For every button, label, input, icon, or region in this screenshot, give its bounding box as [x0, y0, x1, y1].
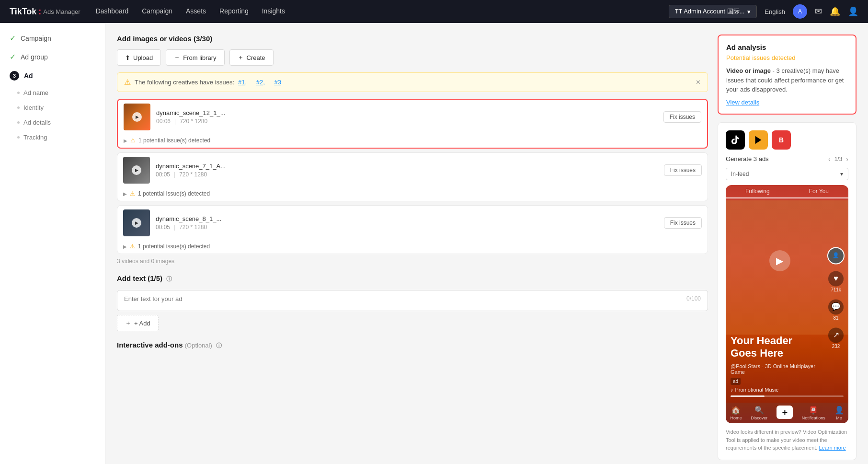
brand-tiktok: TikTok [10, 7, 36, 17]
ad-text-input[interactable] [124, 295, 686, 302]
nav-dashboard[interactable]: Dashboard [96, 5, 129, 18]
warning-close-button[interactable]: ✕ [696, 79, 701, 86]
info-icon[interactable]: ⓘ [166, 276, 172, 282]
sidebar-item-adgroup[interactable]: ✓ Ad group [0, 47, 105, 66]
issue-row-3[interactable]: ▶ ⚠ 1 potential issue(s) detected [117, 240, 708, 254]
fix-issues-button-2[interactable]: Fix issues [664, 164, 702, 176]
view-details-link[interactable]: View details [726, 99, 759, 106]
content-right: Ad analysis Potential issues detected Vi… [718, 35, 857, 452]
profile-avatar[interactable]: 👤 [827, 247, 845, 264]
text-count: 0/100 [686, 295, 701, 302]
info-icon[interactable]: ⓘ [216, 342, 222, 349]
page-indicator: 1/3 [834, 156, 843, 162]
from-library-button[interactable]: ＋ From library [166, 49, 224, 66]
user-icon[interactable]: 👤 [848, 6, 858, 17]
prev-button[interactable]: ‹ [828, 155, 831, 163]
phone-nav-plus[interactable]: ＋ [777, 406, 793, 420]
nav-right: TT Admin Account 国际... ▾ English A ✉ 🔔 👤 [669, 4, 858, 19]
sidebar-sub-adname[interactable]: Ad name [0, 85, 105, 100]
play-button-large[interactable]: ▶ [769, 250, 790, 271]
media-resolution-2: 720 * 1280 [179, 171, 207, 178]
platform-pangle[interactable] [749, 130, 768, 150]
warning-link-3[interactable]: #3 [274, 79, 281, 86]
phone-nav-notifications[interactable]: 📮 Notifications [802, 406, 825, 420]
library-icon: ＋ [174, 53, 180, 62]
library-label: From library [183, 54, 216, 61]
create-button[interactable]: ＋ Create [229, 49, 274, 66]
nav-campaign[interactable]: Campaign [142, 5, 172, 18]
issue-text-3: 1 potential issue(s) detected [138, 243, 210, 250]
brand-ads-manager: Ads Manager [43, 8, 80, 15]
dot-icon [17, 92, 20, 94]
issue-row-1[interactable]: ▶ ⚠ 1 potential issue(s) detected [118, 134, 707, 148]
language-selector[interactable]: English [765, 8, 785, 15]
plus-icon: ＋ [125, 319, 131, 327]
sidebar-sub-label: Ad details [23, 119, 51, 126]
media-item-1: ▶ dynamic_scene_12_1_... 00:06 | 720 * 1… [117, 99, 708, 149]
sidebar-item-campaign[interactable]: ✓ Campaign [0, 29, 105, 47]
issue-row-2[interactable]: ▶ ⚠ 1 potential issue(s) detected [117, 187, 708, 201]
dot-icon [17, 136, 20, 139]
avatar[interactable]: A [793, 4, 807, 19]
media-duration-3: 00:05 [156, 224, 170, 231]
play-icon: ▶ [132, 218, 141, 228]
following-tab: Following [745, 188, 770, 195]
nav-insights[interactable]: Insights [262, 5, 285, 18]
upload-button[interactable]: ⬆ Upload [117, 49, 161, 66]
discover-icon: 🔍 [754, 406, 764, 415]
phone-tabs: Following For You [726, 185, 848, 198]
mail-icon[interactable]: ✉ [815, 6, 822, 17]
notifications-icon: 📮 [809, 406, 818, 415]
sidebar-sub-label: Tracking [23, 134, 47, 141]
create-label: Create [247, 54, 265, 61]
add-text-button[interactable]: ＋ + Add [117, 315, 159, 331]
ad-analysis-title: Ad analysis [726, 43, 848, 51]
comment-action[interactable]: 💬 81 [828, 299, 844, 321]
media-duration-1: 00:06 [156, 118, 171, 125]
expand-icon: ▶ [123, 191, 127, 197]
fix-issues-button-3[interactable]: Fix issues [664, 217, 702, 229]
issue-warning-icon: ⚠ [130, 190, 135, 197]
share-icon: ↗ [828, 327, 844, 343]
like-action[interactable]: ♥ 711k [828, 271, 844, 292]
warning-link-2[interactable]: #2, [256, 79, 265, 86]
create-icon: ＋ [238, 53, 244, 62]
learn-more-link[interactable]: Learn more [819, 445, 845, 451]
fix-issues-button-1[interactable]: Fix issues [663, 111, 701, 123]
phone-nav-me[interactable]: 👤 Me [834, 406, 844, 420]
platform-tiktok[interactable] [726, 130, 745, 150]
app-body: ✓ Campaign ✓ Ad group 3 Ad Ad name Ident… [0, 23, 868, 464]
placement-selector[interactable]: In-feed ▾ [726, 168, 848, 180]
warning-text: The following creatives have issues: [135, 79, 234, 86]
sidebar-sub-tracking[interactable]: Tracking [0, 130, 105, 145]
expand-icon: ▶ [124, 138, 127, 143]
account-button[interactable]: TT Admin Account 国际... ▾ [669, 5, 757, 18]
next-button[interactable]: › [846, 155, 848, 163]
phone-ad-badge: ad [731, 378, 741, 385]
issue-warning-icon: ⚠ [130, 137, 136, 144]
potential-issues-badge: Potential issues detected [726, 54, 848, 61]
platform-buzz[interactable]: B [772, 130, 791, 150]
sidebar-sub-identity[interactable]: Identity [0, 100, 105, 115]
nav-assets[interactable]: Assets [186, 5, 206, 18]
music-label: Promotional Music [735, 387, 778, 393]
warning-link-1[interactable]: #1, [238, 79, 247, 86]
sidebar-sub-addetails[interactable]: Ad details [0, 115, 105, 130]
plus-icon: ＋ [777, 406, 793, 419]
ad-analysis-prefix: Video or image [726, 67, 771, 74]
expand-icon: ▶ [123, 244, 127, 249]
share-action[interactable]: ↗ 232 [828, 327, 844, 349]
nav-reporting[interactable]: Reporting [219, 5, 249, 18]
nav-controls: ‹ 1/3 › [828, 155, 848, 163]
phone-nav-home[interactable]: 🏠 Home [730, 406, 742, 420]
dot-icon [17, 121, 20, 124]
media-thumbnail-1: ▶ [124, 104, 150, 130]
phone-nav-discover[interactable]: 🔍 Discover [751, 406, 767, 420]
media-name-3: dynamic_scene_8_1_... [156, 215, 658, 222]
phone-bg: ▶ 👤 ♥ 711k 💬 81 [726, 200, 848, 335]
main-content: Add images or videos (3/30) ⬆ Upload ＋ F… [105, 23, 868, 464]
sidebar-item-ad[interactable]: 3 Ad [0, 66, 105, 85]
chevron-down-icon: ▾ [840, 171, 843, 177]
comment-count: 81 [833, 315, 838, 321]
bell-icon[interactable]: 🔔 [830, 6, 840, 17]
